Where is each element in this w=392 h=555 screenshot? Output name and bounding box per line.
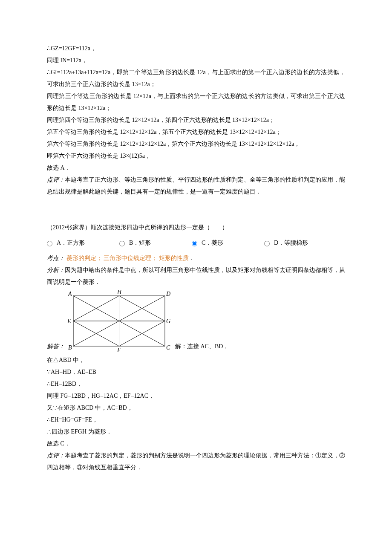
options-row: A．正方形 B．矩形 C．菱形 D．等腰梯形 — [47, 237, 345, 249]
kaodian-link[interactable]: 菱形的判定 — [66, 255, 96, 261]
option-b[interactable]: B．矩形 — [119, 237, 192, 249]
solution-step: ∴EH=12BD， — [47, 378, 345, 390]
kaodian-link[interactable]: 矩形的性质 — [159, 255, 189, 261]
dianping-label: 点评： — [47, 452, 65, 459]
comment-line: 点评：本题考查了正六边形、等边三角形的性质、平行四边形的性质和判定、全等三角形的… — [47, 174, 345, 198]
solution-step: 同理 FG=12BD，HG=12AC，EF=12AC， — [47, 390, 345, 402]
kaodian-link[interactable]: 三角形中位线定理 — [104, 255, 151, 261]
radio-c[interactable] — [192, 241, 197, 246]
option-b-label: B．矩形 — [129, 237, 151, 249]
svg-text:B: B — [68, 344, 72, 351]
proof-line: 同理 IN=112a， — [47, 55, 345, 66]
solution-step: ∴四边形 EFGH 为菱形． — [47, 426, 345, 438]
option-a[interactable]: A．正方形 — [47, 237, 119, 249]
conclusion-line: 故选 A． — [47, 162, 345, 174]
solution-step: ∴EH=HG=GF=FE， — [47, 414, 345, 426]
radio-d[interactable] — [264, 241, 270, 246]
solution-step: 在△ABD 中， — [47, 354, 345, 366]
svg-text:C: C — [166, 344, 170, 351]
solution-step: ∵AH=HD，AE=EB — [47, 366, 345, 378]
proof-line: ∴GZ=12GF=112a， — [47, 43, 345, 55]
fenxi-line: 分析：因为题中给出的条件是中点，所以可利用三角形中位线性质，以及矩形对角线相等去… — [47, 264, 345, 288]
fenxi-label: 分析： — [47, 267, 65, 273]
option-d-label: D．等腰梯形 — [274, 237, 308, 249]
svg-text:H: H — [117, 289, 122, 295]
jieda-line: 解答： A H D E G B F C — [47, 288, 345, 354]
option-c[interactable]: C．菱形 — [192, 237, 264, 249]
proof-line: 同理第三个等边三角形的边长是 12×12a，与上面求出的第一个正六边形的边长的方… — [47, 90, 345, 114]
comment-label: 点评： — [47, 176, 65, 183]
option-a-label: A．正方形 — [57, 237, 85, 249]
proof-line: 即第六个正六边形的边长是 13×(12)5a， — [47, 150, 345, 162]
svg-text:F: F — [117, 347, 121, 353]
radio-b[interactable] — [119, 241, 125, 246]
option-c-label: C．菱形 — [202, 237, 223, 249]
question-text: （2012•张家界）顺次连接矩形四边中点所得的四边形一定是（ ） — [47, 222, 345, 234]
comment-line: 点评：本题考查了菱形的判定，菱形的判别方法是说明一个四边形为菱形的理论依据，常用… — [47, 450, 345, 474]
section-gap — [47, 198, 345, 210]
option-d[interactable]: D．等腰梯形 — [264, 237, 308, 249]
geometry-figure: A H D E G B F C — [65, 288, 173, 354]
kaodian-label: 考点： — [47, 255, 65, 261]
jieda-label: 解答： — [47, 341, 65, 354]
proof-line: 第五个等边三角形的边长是 12×12×12×12a，第五个正六边形的边长是 13… — [47, 126, 345, 138]
proof-line: 第六个等边三角形的边长是 12×12×12×12×12a，第六个正六边形的边长是… — [47, 138, 345, 150]
svg-text:E: E — [67, 318, 71, 324]
solution-step: 又∵在矩形 ABCD 中，AC=BD， — [47, 402, 345, 414]
svg-text:A: A — [68, 291, 72, 297]
proof-line: ∴GI=112a+13a+112a=12a，即第二个等边三角形的边长是 12a，… — [47, 66, 345, 90]
conclusion-line: 故选 C． — [47, 438, 345, 450]
radio-a[interactable] — [47, 241, 52, 246]
svg-text:D: D — [166, 291, 170, 297]
kaodian-line: 考点： 菱形的判定； 三角形中位线定理； 矩形的性质． — [47, 252, 345, 264]
proof-line: 同理第四个等边三角形的边长是 12×12×12a，第四个正六边形的边长是 13×… — [47, 114, 345, 126]
jieda-start-text: 解：连接 AC、BD， — [175, 341, 229, 354]
svg-text:G: G — [166, 318, 170, 324]
section-gap — [47, 210, 345, 222]
